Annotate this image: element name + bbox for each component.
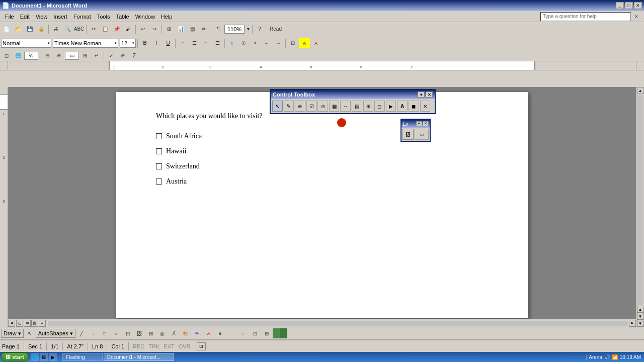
ctb-checkbox-tool[interactable]: ☑ [306,101,317,112]
menu-window[interactable]: Window [132,13,158,21]
outline-view-btn[interactable]: ≡ [39,320,46,327]
para-marks-button[interactable]: ↵ [91,51,102,61]
menu-format[interactable]: Format [70,13,94,21]
bold-button[interactable]: B [139,38,150,48]
help-search-input[interactable] [540,12,631,21]
checkbox-switzerland[interactable] [156,163,162,169]
bullets-button[interactable]: • [250,38,261,48]
mini-tb-close-button[interactable]: ✕ [423,121,429,126]
scroll-right-button[interactable]: ► [629,320,636,327]
line-color-tool[interactable]: ✏ [192,328,203,338]
border-button[interactable]: ⊡ [287,38,298,48]
fontsize-dropdown[interactable]: 12 ▾ [120,39,136,48]
dash-style-tool[interactable]: -- [226,328,237,338]
menu-view[interactable]: View [33,13,51,21]
font-color-button[interactable]: A [310,38,321,48]
shadow-tool[interactable]: ⊡ [250,328,261,338]
show-changes-button[interactable]: ⊕ [117,51,128,61]
columns-button[interactable]: ▤ [187,24,198,34]
normal-view-btn[interactable]: ◻ [16,320,23,327]
style-dropdown[interactable]: Normal ▾ [1,39,51,48]
ctb-listbox-tool[interactable]: ▦ [329,101,340,112]
menu-table[interactable]: Table [113,13,132,21]
format-painter-button[interactable]: 🖌 [123,24,134,34]
taskbar-word-item[interactable]: Document1 - Microsof... [104,353,174,361]
show-desktop-quick-launch[interactable]: 🖥 [40,353,48,361]
insert-clip-tool[interactable]: 🖼 [134,328,145,338]
zoom-dropdown-arrow[interactable]: ▾ [246,24,251,34]
ctb-dropdown-button[interactable]: ▾ [418,92,425,98]
ctb-select-tool[interactable]: ↖ [272,101,283,112]
redo-button[interactable]: ↪ [149,24,160,34]
zoom-input[interactable] [224,25,245,34]
save-button[interactable]: 💾 [24,24,35,34]
print-preview-button[interactable]: 🔍 [62,24,73,34]
oval-tool[interactable]: ○ [111,328,122,338]
ctb-image-tool[interactable]: ◻ [374,101,385,112]
web-view-btn[interactable]: ⊕ [24,320,31,327]
normal-view-button[interactable]: ◻ [1,51,12,61]
select-objects-button[interactable]: ↖ [24,328,35,338]
insert-diagram-tool[interactable]: ◎ [157,328,168,338]
checkbox-south-africa[interactable] [156,133,162,139]
3d-tool[interactable]: ⊞ [261,328,272,338]
ctb-radio-tool[interactable]: ⊙ [317,101,328,112]
ie-quick-launch[interactable]: 🌐 [31,353,39,361]
ctb-hotspot-tool[interactable]: ◼ [409,101,419,112]
scroll-left-button[interactable]: ◄ [8,320,15,327]
mini-tb-design-mode-button[interactable]: 🖼 [403,129,414,140]
arrow-tool[interactable]: → [88,328,99,338]
ctb-textbox-tool[interactable]: A [397,101,408,112]
vertical-scrollbar[interactable]: ▲ ▲ ▼ ▼ [636,87,644,327]
menu-edit[interactable]: Edit [17,13,33,21]
media-quick-launch[interactable]: ▶ [49,353,57,361]
insert-wordart-tool[interactable]: A [169,328,180,338]
align-right-button[interactable]: ≡ [200,38,211,48]
menu-help[interactable]: Help [158,13,176,21]
sum-button[interactable]: Σ [129,51,140,61]
arrow-style-tool[interactable]: ← [238,328,249,338]
paste-button[interactable]: 📌 [111,24,122,34]
taskbar-flashing-item[interactable]: Flashing [62,353,103,361]
grid-button[interactable]: ⊞ [79,51,91,61]
help-close-button[interactable]: ✕ [631,12,642,22]
scroll-page-up-button[interactable]: ▲ [637,306,644,313]
font-color-draw-tool[interactable]: A [203,328,214,338]
menu-insert[interactable]: Insert [50,13,70,21]
insert-excel-button[interactable]: 📊 [175,24,186,34]
draw-button[interactable]: Draw ▾ [1,329,24,338]
ctb-media-tool[interactable]: ▶ [386,101,396,112]
print-button[interactable]: 🖨 [50,24,61,34]
web-view-button[interactable]: 🌐 [13,51,24,61]
align-center-button[interactable]: ☰ [189,38,200,48]
numbering-button[interactable]: ① [238,38,249,48]
show-formatting-button[interactable]: ¶ [213,24,224,34]
line-tool[interactable]: ╱ [76,328,87,338]
start-button[interactable]: ⊞ start [1,352,29,361]
style-area-button[interactable]: ⊟ [42,51,53,61]
menu-tools[interactable]: Tools [94,13,113,21]
ruler-toggle[interactable]: ▭ [65,52,79,60]
spell-button[interactable]: ABC [73,24,85,34]
permission-button[interactable]: 🔒 [36,24,47,34]
increase-indent-button[interactable]: → [273,38,284,48]
mini-tb-dropdown-button[interactable]: ▾ [416,121,422,126]
highlight-button[interactable]: A [299,38,310,48]
ctb-properties-tool[interactable]: ✎ [284,101,294,112]
undo-button[interactable]: ↩ [137,24,148,34]
justify-button[interactable]: ☰ [212,38,223,48]
align-left-button[interactable]: ≡ [177,38,188,48]
ctb-scrollbar-tool[interactable]: ▤ [352,101,362,112]
menu-file[interactable]: File [2,13,17,21]
rectangle-tool[interactable]: □ [99,328,110,338]
scroll-page-down-button[interactable]: ▼ [637,313,644,320]
minimize-button[interactable]: _ [616,2,624,9]
read-button[interactable]: Read [266,24,286,34]
close-button[interactable]: ✕ [634,2,642,9]
italic-button[interactable]: I [151,38,162,48]
mini-tb-extra-button[interactable]: ▭ [415,129,429,140]
checkbox-austria[interactable] [156,178,162,185]
textbox-draw-tool[interactable]: ⊡ [122,328,133,338]
checkbox-hawaii[interactable] [156,148,162,154]
insert-org-tool[interactable]: ⊞ [145,328,156,338]
